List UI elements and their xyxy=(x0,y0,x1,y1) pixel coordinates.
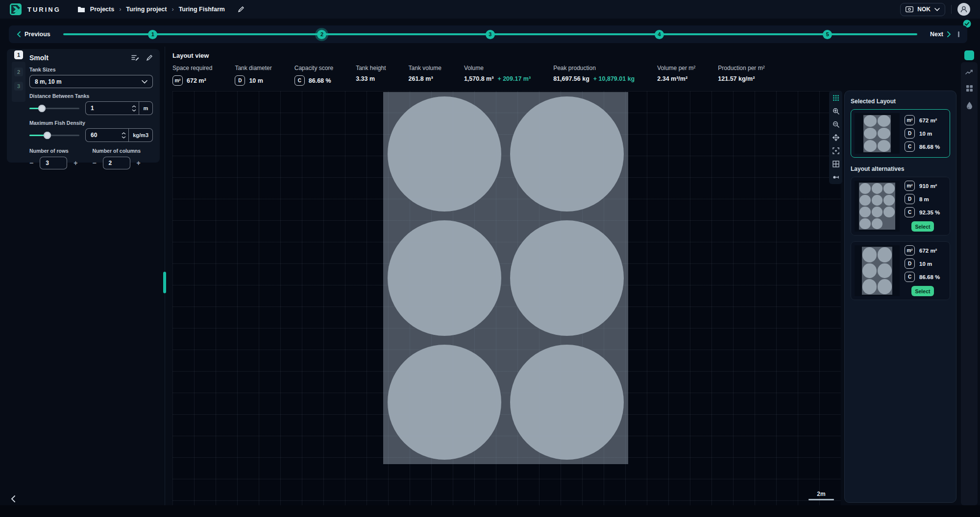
canvas-toolbar xyxy=(829,91,842,184)
rows-decrement-button[interactable]: − xyxy=(29,159,33,167)
wizard-stepper: Previous 1 2 3 4 5 Next xyxy=(9,25,967,43)
tank-circle xyxy=(383,340,506,464)
rename-pencil-icon[interactable] xyxy=(238,6,245,13)
stage-tab-1[interactable]: 1 xyxy=(14,50,23,59)
layout-thumbnail xyxy=(855,113,900,154)
distance-label: Distance Between Tanks xyxy=(29,93,153,99)
chevron-down-icon xyxy=(142,80,147,84)
chevron-left-icon xyxy=(17,31,21,37)
stage-tab-2[interactable]: 2 xyxy=(14,68,23,76)
breadcrumb-fishfarm[interactable]: Turing Fishfarm xyxy=(179,6,225,13)
layout-view-icon[interactable] xyxy=(964,50,974,60)
tank-circle xyxy=(863,115,877,127)
chevron-down-icon xyxy=(934,8,940,11)
spinner-up-icon[interactable] xyxy=(132,105,136,108)
stat-tank-diameter: Tank diameter D 10 m xyxy=(235,65,271,86)
zoom-out-icon[interactable] xyxy=(832,120,839,128)
measure-tool-icon[interactable] xyxy=(832,173,839,181)
next-button[interactable]: Next xyxy=(930,31,951,38)
tank-circle xyxy=(871,194,883,206)
layout-alternative-card-1[interactable]: m² 910 m² D 8 m C 92.35 % Select xyxy=(851,177,950,235)
currency-value: NOK xyxy=(917,6,931,13)
app-page: TURING Projects › Turing project › Turin… xyxy=(0,0,980,517)
production-delta: + 10,879.01 kg xyxy=(593,75,635,82)
sidebar-collapse-chevron[interactable] xyxy=(11,495,15,504)
currency-selector[interactable]: NOK xyxy=(900,3,945,16)
step-3[interactable]: 3 xyxy=(486,30,495,39)
zoom-in-icon[interactable] xyxy=(832,107,839,115)
selected-layout-card: m² 672 m² D 10 m C 86.68 % xyxy=(851,109,950,158)
columns-decrement-button[interactable]: − xyxy=(92,159,96,167)
tank-circle xyxy=(506,216,628,340)
smolt-settings-panel: 1 2 3 Smolt Tank Sizes 8 m, 10 m xyxy=(7,49,160,163)
step-5[interactable]: 5 xyxy=(823,30,832,39)
density-input[interactable]: 60 kg/m3 xyxy=(85,128,153,142)
tank-sizes-select[interactable]: 8 m, 10 m xyxy=(29,75,153,88)
diameter-badge: D xyxy=(905,258,915,269)
tank-grid-tool-icon[interactable] xyxy=(832,94,839,101)
spinner-up-icon[interactable] xyxy=(122,132,126,135)
area-badge: m² xyxy=(905,181,915,191)
step-1[interactable]: 1 xyxy=(148,30,157,39)
layout-thumbnail xyxy=(855,245,900,296)
breadcrumb-project[interactable]: Turing project xyxy=(126,6,167,13)
tank-circle xyxy=(877,127,891,140)
user-avatar[interactable] xyxy=(957,3,970,16)
slider-knob[interactable] xyxy=(38,105,46,112)
grid-view-icon[interactable] xyxy=(966,85,973,92)
breadcrumb-projects[interactable]: Projects xyxy=(90,6,114,13)
chart-view-icon[interactable] xyxy=(965,70,973,75)
distance-input[interactable]: 1 m xyxy=(85,101,153,115)
pan-tool-icon[interactable] xyxy=(832,134,839,141)
columns-increment-button[interactable]: + xyxy=(137,159,141,167)
slider-knob[interactable] xyxy=(44,132,51,139)
brand-name: TURING xyxy=(27,6,61,13)
previous-button[interactable]: Previous xyxy=(17,31,50,38)
fit-view-icon[interactable] xyxy=(832,147,839,154)
tank-sizes-value: 8 m, 10 m xyxy=(35,78,62,85)
stat-production-per-m2: Production per m² 121.57 kg/m² xyxy=(718,65,764,86)
layout-thumbnail xyxy=(855,181,900,232)
scale-label: 2m xyxy=(808,491,834,497)
columns-input[interactable]: 2 xyxy=(103,157,130,169)
tank-circle xyxy=(383,92,506,216)
split-view-icon[interactable] xyxy=(832,160,839,167)
person-icon xyxy=(959,5,968,14)
stepper-track: 1 2 3 4 5 xyxy=(63,25,917,43)
capacity-badge: C xyxy=(905,207,915,217)
spinner-arrows[interactable] xyxy=(129,102,139,115)
tank-circle xyxy=(883,194,895,206)
area-badge: m² xyxy=(172,75,183,86)
layout-view-title: Layout view xyxy=(172,52,209,59)
sidebar-resize-handle[interactable] xyxy=(163,272,166,293)
diameter-badge: D xyxy=(905,128,915,139)
spinner-down-icon[interactable] xyxy=(122,136,126,139)
edit-list-icon[interactable] xyxy=(131,54,139,61)
layout-canvas[interactable]: 2m xyxy=(172,91,841,505)
select-layout-button[interactable]: Select xyxy=(911,221,934,232)
stage-tab-3[interactable]: 3 xyxy=(14,82,23,91)
rows-increment-button[interactable]: + xyxy=(74,159,77,167)
stat-volume: Volume 1,570.8 m³ + 209.17 m³ xyxy=(464,65,531,86)
spinner-down-icon[interactable] xyxy=(132,109,136,112)
rows-input[interactable]: 3 xyxy=(40,157,67,169)
tank-circle xyxy=(863,140,877,152)
bottom-bar xyxy=(0,505,980,517)
step-2[interactable]: 2 xyxy=(317,30,326,39)
tank-circle xyxy=(877,140,891,152)
select-layout-button[interactable]: Select xyxy=(911,286,934,296)
tank-circle xyxy=(862,263,877,279)
header-divider xyxy=(951,5,952,14)
step-4[interactable]: 4 xyxy=(655,30,664,39)
density-slider[interactable] xyxy=(29,135,79,136)
edit-pencil-icon[interactable] xyxy=(146,54,153,61)
top-navbar: TURING Projects › Turing project › Turin… xyxy=(0,0,980,19)
distance-slider[interactable] xyxy=(29,108,79,109)
water-view-icon[interactable] xyxy=(966,101,973,109)
spinner-arrows[interactable] xyxy=(119,129,128,141)
layout-alternative-card-2[interactable]: m² 672 m² D 10 m C 86.68 % Select xyxy=(851,241,950,300)
area-badge: m² xyxy=(905,245,915,256)
selected-layout-title: Selected Layout xyxy=(851,98,950,105)
tank-circle xyxy=(506,340,628,464)
stat-space-required: Space required m² 672 m² xyxy=(172,65,212,86)
